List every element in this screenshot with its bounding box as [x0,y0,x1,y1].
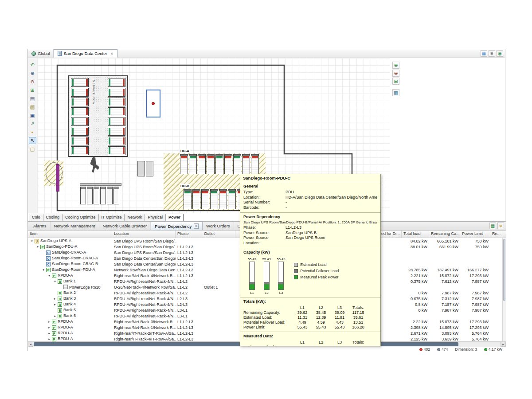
network-rack[interactable] [108,117,125,126]
hd-b-rack[interactable] [184,189,192,209]
it-rack[interactable] [113,187,119,204]
marquee-select-icon[interactable]: ▢ [29,145,36,153]
hd-a-rack[interactable] [189,154,197,174]
undo-icon[interactable]: ↶ [29,61,36,68]
perspective-icon[interactable]: ◉ [497,50,503,57]
zoom-fit-icon[interactable]: ⊞ [29,86,36,94]
network-rack[interactable] [71,88,89,97]
grid-view-icon[interactable]: ▦ [392,89,399,96]
expand-arrow-icon[interactable]: ▸ [47,320,51,324]
status-item[interactable]: 4.17 kW [484,347,502,352]
it-rack[interactable] [100,187,106,204]
network-rack[interactable] [71,137,89,145]
close-tab-icon[interactable]: × [110,51,113,56]
export-table-icon[interactable]: ▦ [489,223,496,229]
status-item[interactable]: Dimension: 3 [455,347,477,352]
network-rack[interactable] [108,98,125,106]
zoom-in-icon[interactable]: ⊕ [392,62,399,69]
status-item[interactable]: 474 [437,347,448,352]
column-header-phase[interactable]: Phase [176,231,202,238]
hd-b-rack[interactable] [228,189,236,209]
view-tab-network[interactable]: Network [125,214,145,221]
view-tab-cooling-optimize[interactable]: Cooling Optimize [63,214,99,221]
hd-b-rack[interactable] [201,189,209,209]
expand-arrow-icon[interactable]: ▸ [53,314,57,318]
network-rack[interactable] [71,127,89,136]
zoom-out-icon[interactable]: ⊖ [29,78,36,85]
column-header-item[interactable]: Item [28,231,112,238]
expand-arrow-icon[interactable]: ▸ [53,297,57,301]
customize-columns-icon[interactable]: ∗ [497,223,504,229]
network-rack[interactable] [108,137,125,145]
lock-icon[interactable]: ▪ [29,129,36,136]
measure-icon[interactable]: ▨ [29,103,36,110]
layout-grid-icon[interactable]: ▦ [481,50,487,57]
view-tab-colo[interactable]: Colo [29,214,43,221]
expand-arrow-icon[interactable]: ▾ [53,280,57,283]
panel-tab-network-cable-browser[interactable]: Network Cable Browser [99,222,151,230]
view-tab-it-optimize[interactable]: IT Optimize [99,214,125,221]
zoom-fit-icon[interactable]: ⊞ [392,78,399,85]
network-rack[interactable] [108,88,125,97]
it-rack[interactable] [107,187,113,204]
column-header-power-limit[interactable]: Power Limit [460,231,490,238]
expand-arrow-icon[interactable]: ▾ [35,245,40,249]
network-rack[interactable] [71,98,89,106]
selected-equipment[interactable] [146,90,160,117]
expand-arrow-icon[interactable]: ▾ [47,274,51,278]
column-header-remaining-ca[interactable]: Remaining Ca... [429,231,460,238]
expand-arrow-icon[interactable]: ▾ [30,239,34,243]
pdu-cabinets[interactable] [137,161,153,176]
scroll-left-icon[interactable]: ◂ [28,342,33,347]
column-header-total-load[interactable]: Total load [402,231,429,238]
layers-icon[interactable]: ▤ [29,95,36,102]
cabinet[interactable] [137,161,145,176]
hd-a-rack[interactable] [233,154,241,174]
tab-san-diego-data-center[interactable]: San Diego Data Center × [54,49,117,58]
network-rack[interactable] [108,107,125,116]
hd-a-rack[interactable] [251,154,259,174]
it-rack[interactable] [80,187,86,204]
zoom-in-icon[interactable]: ⊕ [29,70,36,77]
hd-a-rack[interactable] [180,154,188,174]
export-icon[interactable]: ↗ [29,120,36,127]
hd-a-rack[interactable] [207,154,215,174]
expand-arrow-icon[interactable]: ▸ [47,337,51,341]
cabinet[interactable] [146,161,153,176]
hd-a-rack[interactable] [215,154,223,174]
status-item[interactable]: 402 [419,347,430,352]
expand-arrow-icon[interactable]: ▸ [53,303,57,306]
network-rack[interactable] [108,127,125,136]
network-rack[interactable] [71,117,89,126]
panel-tab-alarms[interactable]: Alarms [30,222,51,230]
view-tab-cooling[interactable]: Cooling [43,214,63,221]
it-rack[interactable] [94,187,99,204]
network-rack[interactable] [108,78,125,87]
column-header-re[interactable]: Re... [490,231,502,238]
it-rack[interactable] [87,187,93,204]
hd-a-rack[interactable] [198,154,206,174]
vertical-scrollbar[interactable] [502,238,506,341]
hd-b-rack[interactable] [219,189,227,209]
scrollbar-thumb[interactable] [503,239,505,301]
scroll-right-icon[interactable]: ▸ [501,342,506,347]
tab-global[interactable]: Global [28,49,54,58]
network-rack[interactable] [108,146,125,155]
menu-icon[interactable]: ≡ [489,50,495,57]
column-header-ed-for-di[interactable]: ed for Di... [379,231,402,238]
hd-b-rack[interactable] [210,189,218,209]
column-header-location[interactable]: Location [112,231,176,238]
view-tab-physical[interactable]: Physical [145,214,166,221]
panel-tab-work-orders[interactable]: Work Orders [203,222,234,230]
expand-arrow-icon[interactable]: ▸ [47,326,51,329]
hd-a-rack[interactable] [224,154,232,174]
network-rack[interactable] [71,146,89,155]
network-row-room[interactable]: Network Row [68,75,128,157]
close-view-icon[interactable]: × [194,223,199,229]
network-rack[interactable] [71,78,89,87]
panel-tab-network-management[interactable]: Network Management [51,222,99,230]
expand-arrow-icon[interactable]: ▾ [41,268,46,272]
network-rack[interactable] [71,107,89,116]
hd-a-rack[interactable] [242,154,250,174]
panel-tab-power-dependency[interactable]: Power Dependency× [151,222,203,230]
